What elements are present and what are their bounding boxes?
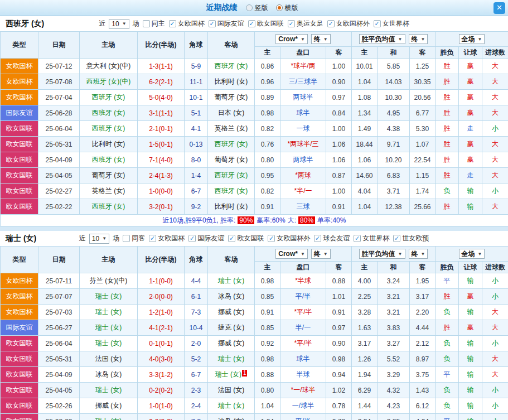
result: 胜 (436, 289, 459, 305)
home-team: 冰岛 (女) (80, 367, 138, 383)
match-row: 女欧国杯25-07-12意大利 (女)(中)1-3(1-1)5-9西班牙 (女)… (1, 59, 508, 74)
away-handicap-odds: 0.87 (326, 168, 352, 184)
avg-select[interactable]: 胜平负均值▼ (359, 249, 405, 259)
checkbox-icon[interactable]: ✓ (228, 235, 235, 242)
result: 平 (436, 367, 459, 383)
match-type-badge: 欧女国联 (1, 168, 38, 184)
goals-result: 小 (482, 414, 508, 420)
checkbox-icon[interactable]: ✓ (188, 235, 196, 242)
odds-time-select[interactable]: 终▼ (311, 249, 331, 259)
filter-checkbox[interactable]: ✓奥运女足 (288, 19, 323, 28)
checkbox-icon[interactable]: ✓ (374, 20, 381, 27)
home-team: 法国 (女) (80, 351, 138, 367)
corners: 6-1 (185, 289, 208, 305)
filter-checkbox[interactable]: ✓国际友谊 (209, 19, 244, 28)
handicap: *两球 (280, 168, 326, 184)
checkbox-icon[interactable] (143, 20, 150, 27)
handicap: *两球半/三 (280, 137, 326, 152)
col-handicap: 盘口 (280, 262, 326, 273)
goals-result: 小 (482, 121, 508, 137)
match-type-badge: 欧女国联 (1, 184, 38, 199)
away-team: 西班牙 (女) (208, 168, 255, 184)
euro-home-odds: 1.26 (352, 351, 378, 367)
goals-result: 大 (482, 305, 508, 320)
radio-icon[interactable] (246, 4, 253, 11)
checkbox-icon[interactable]: ✓ (248, 20, 255, 27)
filter-checkbox[interactable]: ✓球会友谊 (314, 234, 350, 243)
chevron-down-icon: ▼ (301, 252, 305, 257)
filter-checkbox[interactable]: ✓国际友谊 (188, 234, 224, 243)
near-label: 近 (79, 234, 86, 243)
checkbox-icon[interactable]: ✓ (327, 20, 335, 27)
home-team: 意大利 (女)(中) (80, 59, 138, 74)
euro-away-odds: 5.30 (410, 121, 436, 137)
home-team: 瑞士 (女) (80, 383, 138, 398)
chevron-down-icon: ▼ (421, 252, 425, 257)
match-date: 25-07-12 (38, 59, 80, 74)
odds-time-select[interactable]: 终▼ (311, 34, 331, 44)
checkbox-icon[interactable]: ✓ (169, 20, 176, 27)
result: 胜 (436, 137, 459, 152)
euro-away-odds: 1.25 (410, 59, 436, 74)
handicap: 一/球半 (280, 398, 326, 414)
checkbox-icon[interactable]: ✓ (354, 235, 361, 242)
avg-select[interactable]: 胜平负均值▼ (359, 34, 405, 44)
away-team: 挪威 (女) (208, 305, 255, 320)
checkbox-icon[interactable]: ✓ (209, 20, 216, 27)
near-count-select[interactable]: 10 ▼ (109, 19, 129, 29)
filter-checkbox[interactable]: ✓女欧国杯 (169, 19, 205, 28)
filter-checkbox[interactable]: 同客 (123, 234, 145, 243)
match-date: 25-04-09 (38, 367, 80, 383)
scope-select[interactable]: 全场▼ (459, 249, 485, 259)
checkbox-icon[interactable]: ✓ (314, 235, 321, 242)
filter-checkbox[interactable]: ✓女欧国杯外 (327, 19, 370, 28)
summary-segment: 80% (298, 216, 315, 224)
home-handicap-odds: 0.91 (255, 199, 280, 215)
handicap-result: 赢 (459, 90, 482, 105)
near-count-select[interactable]: 10 ▼ (89, 234, 109, 244)
section-spain: 西班牙 (女) 近 10 ▼ 场 同主✓女欧国杯✓国际友谊✓欧女国联✓奥运女足✓… (0, 16, 508, 226)
checkbox-icon[interactable]: ✓ (268, 235, 275, 242)
avg-time-select[interactable]: 终▼ (409, 249, 428, 259)
filter-checkbox[interactable]: ✓女欧国杯 (149, 234, 185, 243)
filter-checkbox[interactable]: ✓女世界杯 (374, 19, 409, 28)
match-type-badge: 欧女国联 (1, 199, 38, 215)
col-euro-home: 主 (352, 262, 378, 273)
checkbox-icon[interactable]: ✓ (288, 20, 295, 27)
close-icon[interactable]: ✕ (494, 2, 505, 14)
bookmaker-select[interactable]: Crow*▼ (275, 249, 308, 259)
match-type-badge: 欧女国联 (1, 383, 38, 398)
filter-checkbox-label: 欧女国联 (257, 19, 284, 28)
away-handicap-odds: 1.01 (326, 289, 352, 305)
avg-time-select[interactable]: 终▼ (409, 34, 428, 44)
result: 负 (436, 184, 459, 199)
match-score: 0-1(0-1) (138, 336, 185, 351)
radio-vertical-layout[interactable]: 竖版 (246, 3, 268, 13)
bookmaker-select[interactable]: Crow*▼ (275, 34, 308, 44)
euro-draw-odds: 5.52 (378, 351, 410, 367)
radio-horizontal-layout[interactable]: 横版 (276, 3, 298, 13)
filter-checkbox[interactable]: ✓欧女国联 (228, 234, 264, 243)
euro-draw-odds: 9.71 (378, 137, 410, 152)
radio-icon[interactable] (276, 4, 283, 11)
match-score: 3-3(1-2) (138, 367, 185, 383)
handicap: 球半 (280, 351, 326, 367)
corners: 9-2 (185, 199, 208, 215)
checkbox-icon[interactable]: ✓ (393, 235, 400, 242)
section-switzerland: 瑞士 (女) 近 10 ▼ 场 同客✓女欧国杯✓国际友谊✓欧女国联✓女欧国杯外✓… (0, 231, 508, 420)
checkbox-icon[interactable] (123, 235, 130, 242)
filter-checkbox[interactable]: ✓欧女国联 (248, 19, 284, 28)
checkbox-icon[interactable]: ✓ (149, 235, 156, 242)
handicap-result: 输 (459, 367, 482, 383)
filter-checkbox[interactable]: 同主 (143, 19, 165, 28)
scope-select[interactable]: 全场▼ (459, 34, 485, 44)
filter-checkbox[interactable]: ✓世女欧预 (393, 234, 429, 243)
filter-checkbox[interactable]: ✓女欧国杯外 (268, 234, 310, 243)
euro-draw-odds: 5.85 (378, 59, 410, 74)
filter-checkbox[interactable]: ✓女世界杯 (354, 234, 389, 243)
result: 负 (436, 305, 459, 320)
match-date: 25-07-08 (38, 74, 80, 90)
result: 负 (436, 383, 459, 398)
handicap-result: 输 (459, 184, 482, 199)
match-date: 25-04-05 (38, 383, 80, 398)
